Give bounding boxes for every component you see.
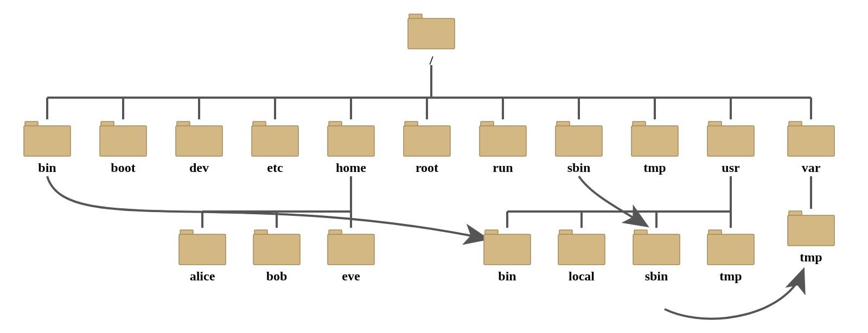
folder-usr-sbin: sbin bbox=[632, 228, 681, 284]
folder-icon bbox=[178, 228, 227, 266]
svg-rect-42 bbox=[556, 126, 602, 156]
folder-icon bbox=[407, 12, 456, 50]
folder-icon bbox=[557, 228, 606, 266]
svg-rect-44 bbox=[631, 126, 678, 156]
folder-icon bbox=[403, 119, 451, 157]
folder-eve: eve bbox=[327, 228, 375, 284]
folder-label: run bbox=[493, 161, 513, 175]
folder-label: bin bbox=[498, 269, 516, 284]
folder-icon bbox=[252, 228, 301, 266]
svg-rect-32 bbox=[176, 126, 222, 156]
svg-rect-54 bbox=[328, 234, 374, 265]
svg-rect-34 bbox=[252, 126, 298, 156]
folder-label-root: / bbox=[430, 53, 433, 68]
folder-icon bbox=[554, 119, 603, 157]
folder-label: home bbox=[336, 161, 366, 175]
folder-label: sbin bbox=[645, 269, 668, 284]
filesystem-tree-diagram: / bin boot dev etc home root run sbin tm… bbox=[0, 0, 868, 333]
folder-bob: bob bbox=[252, 228, 301, 284]
folder-icon bbox=[23, 119, 72, 157]
folder-icon bbox=[706, 228, 755, 266]
folder-etc: etc bbox=[251, 119, 299, 175]
folder-root-dir: root bbox=[403, 119, 451, 175]
folder-usr-tmp: tmp bbox=[706, 228, 755, 284]
folder-label: root bbox=[416, 161, 438, 175]
folder-icon bbox=[327, 119, 375, 157]
folder-icon bbox=[787, 209, 835, 247]
folder-boot: boot bbox=[99, 119, 148, 175]
folder-label: eve bbox=[342, 269, 360, 284]
folder-label: tmp bbox=[719, 269, 742, 284]
folder-home: home bbox=[327, 119, 375, 175]
folder-label: dev bbox=[189, 161, 209, 175]
folder-usr-local: local bbox=[557, 228, 606, 284]
folder-label: etc bbox=[267, 161, 283, 175]
svg-rect-50 bbox=[179, 234, 226, 265]
folder-label: boot bbox=[111, 161, 135, 175]
svg-rect-28 bbox=[24, 126, 71, 156]
svg-rect-62 bbox=[707, 234, 754, 265]
folder-icon bbox=[327, 228, 375, 266]
folder-label: bin bbox=[38, 161, 56, 175]
folder-label: usr bbox=[722, 161, 739, 175]
folder-bin: bin bbox=[23, 119, 72, 175]
folder-label: tmp bbox=[643, 161, 666, 175]
svg-rect-52 bbox=[253, 234, 300, 265]
folder-icon bbox=[630, 119, 679, 157]
folder-label: sbin bbox=[567, 161, 591, 175]
svg-rect-38 bbox=[404, 126, 450, 156]
svg-rect-64 bbox=[788, 215, 834, 246]
svg-rect-26 bbox=[408, 18, 455, 49]
folder-var-tmp: tmp bbox=[787, 209, 835, 265]
folder-label: var bbox=[802, 161, 821, 175]
folder-run: run bbox=[478, 119, 527, 175]
folder-label: local bbox=[569, 269, 595, 284]
svg-rect-56 bbox=[484, 234, 531, 265]
folder-icon bbox=[632, 228, 681, 266]
folder-usr-bin: bin bbox=[483, 228, 532, 284]
folder-icon bbox=[706, 119, 755, 157]
folder-dev: dev bbox=[175, 119, 224, 175]
folder-icon bbox=[175, 119, 224, 157]
folder-usr: usr bbox=[706, 119, 755, 175]
folder-tmp: tmp bbox=[630, 119, 679, 175]
folder-label: tmp bbox=[800, 250, 822, 265]
folder-sbin: sbin bbox=[554, 119, 603, 175]
svg-rect-48 bbox=[788, 126, 834, 156]
svg-rect-58 bbox=[558, 234, 605, 265]
folder-icon bbox=[478, 119, 527, 157]
folder-root: / bbox=[407, 12, 456, 68]
folder-label: bob bbox=[266, 269, 288, 284]
folder-var: var bbox=[787, 119, 835, 175]
svg-rect-60 bbox=[633, 234, 680, 265]
folder-label: alice bbox=[190, 269, 215, 284]
svg-rect-40 bbox=[480, 126, 526, 156]
folder-icon bbox=[787, 119, 835, 157]
folder-icon bbox=[251, 119, 299, 157]
svg-rect-46 bbox=[707, 126, 754, 156]
svg-rect-30 bbox=[100, 126, 146, 156]
folder-icon bbox=[483, 228, 532, 266]
folder-alice: alice bbox=[178, 228, 227, 284]
svg-rect-36 bbox=[328, 126, 374, 156]
folder-icon bbox=[99, 119, 148, 157]
